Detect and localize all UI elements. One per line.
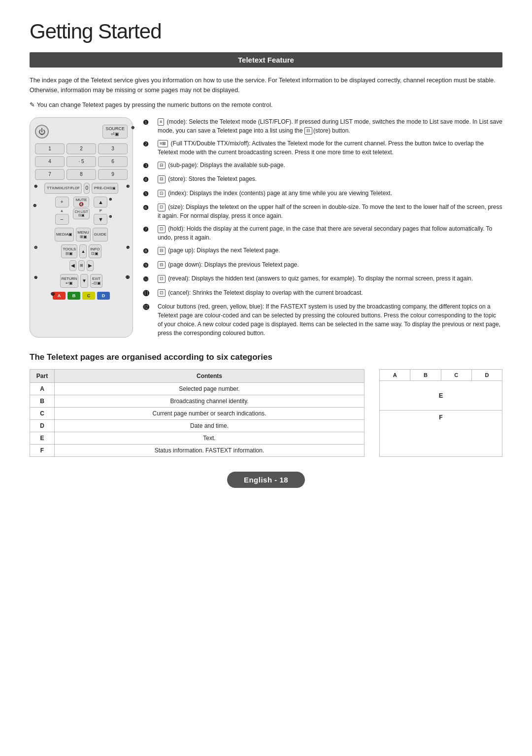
diagram-label-c: C — [441, 370, 472, 380]
categories-section: Part Contents A Selected page number. B … — [30, 369, 502, 457]
feature-item-3: ❸ ⊟ (sub-page): Displays the available s… — [143, 161, 502, 171]
return-button[interactable]: RETURN↩▣ — [60, 274, 78, 288]
feature-num-9: ❾ — [143, 260, 154, 271]
btn-5[interactable]: · 5 — [66, 156, 96, 167]
feature-text-11: ⊡ (cancel): Shrinks the Teletext display… — [158, 288, 502, 297]
table-row: F Status information. FASTEXT informatio… — [30, 445, 365, 457]
categories-table: Part Contents A Selected page number. B … — [30, 369, 365, 457]
feature-num-5: ❺ — [143, 189, 154, 199]
part-d: D — [30, 420, 55, 432]
categories-heading: The Teletext pages are organised accordi… — [30, 352, 502, 362]
feature-text-6: ⊡ (size): Displays the teletext on the u… — [158, 203, 502, 220]
ch-down[interactable]: ▼ ❻ — [94, 214, 107, 225]
content-b: Broadcasting channel identity. — [55, 395, 365, 408]
remote-top-row: ⏻ SOURCE⏎▣ ❶ — [35, 125, 128, 138]
ch-list-button[interactable]: CH LIST⊟▣ — [73, 208, 90, 219]
table-row: B Broadcasting channel identity. — [30, 395, 365, 408]
feature-num-8: ❽ — [143, 246, 154, 256]
source-button[interactable]: SOURCE⏎▣ — [102, 125, 128, 138]
table-row: E Text. — [30, 432, 365, 445]
content-a: Selected page number. — [55, 383, 365, 395]
green-button[interactable]: B — [67, 292, 80, 300]
main-content: ⏻ SOURCE⏎▣ ❶ 1 2 3 4 · 5 6 7 8 9 ❷ TTX/M… — [30, 117, 502, 338]
right-arrow[interactable]: ▶ — [87, 260, 94, 271]
tools-info-row: ❽ TOOLS⊟▣ ▲ INFO⊡▣ ❿ — [35, 244, 128, 258]
feature-text-5: ⊡ (index): Displays the index (contents)… — [158, 189, 502, 198]
feature-num-7: ❼ — [143, 224, 154, 235]
ttx-mix-button[interactable]: TTX/MIXLIST/FLOF — [44, 183, 82, 194]
feature-list: ❶ ≡ (mode): Selects the Teletext mode (L… — [143, 117, 502, 338]
btn-2[interactable]: 2 — [66, 143, 96, 154]
down-arrow[interactable]: ▼ — [80, 274, 88, 288]
col-contents-header: Contents — [55, 370, 365, 383]
tools-button[interactable]: TOOLS⊟▣ — [61, 244, 77, 258]
ttx-row: ❷ TTX/MIXLIST/FLOF 0 PRE-CH⊟▣ ❸ — [35, 183, 128, 194]
diagram-label-a: A — [380, 370, 410, 380]
blue-button[interactable]: D — [97, 292, 110, 300]
mute-button[interactable]: MUTE🔇 — [73, 197, 90, 207]
feature-num-6: ❻ — [143, 203, 154, 213]
feature-num-11: ⓫ — [143, 288, 154, 299]
feature-item-10: ❿ ⊡ (reveal): Displays the hidden text (… — [143, 274, 502, 284]
info-button[interactable]: INFO⊡▣ — [89, 244, 101, 258]
part-f: F — [30, 445, 55, 457]
exit-button[interactable]: EXIT–⊡▣ — [90, 274, 102, 288]
btn-1[interactable]: 1 — [35, 143, 65, 154]
feature-item-12: ⓬ Colour buttons (red, green, yellow, bl… — [143, 302, 502, 338]
feature-num-12: ⓬ — [143, 302, 154, 312]
left-arrow[interactable]: ◀ — [69, 260, 76, 271]
feature-text-2: ≡⊠ (Full TTX/Double TTX/mix/off): Activa… — [158, 139, 502, 157]
feature-text-4: ⊟ (store): Stores the Teletext pages. — [158, 174, 502, 183]
pre-ch-button[interactable]: PRE-CH⊟▣ — [92, 183, 118, 194]
table-row: D Date and time. — [30, 420, 365, 432]
feature-item-2: ❷ ≡⊠ (Full TTX/Double TTX/mix/off): Acti… — [143, 139, 502, 157]
feature-item-1: ❶ ≡ (mode): Selects the Teletext mode (L… — [143, 117, 502, 135]
btn-7[interactable]: 7 — [35, 169, 65, 180]
ch-up[interactable]: ▲ ❺ — [94, 197, 107, 207]
btn-6[interactable]: 6 — [98, 156, 128, 167]
feature-num-10: ❿ — [143, 274, 154, 284]
media-menu-row: MEDIA▣ MENU⊞▣ GUIDE — [35, 228, 128, 241]
content-c: Current page number or search indication… — [55, 408, 365, 420]
feature-item-4: ❹ ⊟ (store): Stores the Teletext pages. — [143, 174, 502, 185]
section-header: Teletext Feature — [30, 52, 502, 68]
content-e: Text. — [55, 432, 365, 445]
btn-8[interactable]: 8 — [66, 169, 96, 180]
feature-num-2: ❷ — [143, 139, 154, 149]
table-row: C Current page number or search indicati… — [30, 408, 365, 420]
return-exit-row: ❼ RETURN↩▣ ▼ EXIT–⊡▣ ⓫ — [35, 274, 128, 288]
feature-item-5: ❺ ⊡ (index): Displays the index (content… — [143, 189, 502, 199]
btn-4[interactable]: 4 — [35, 156, 65, 167]
arrow-row: ◀ ⊞ ▶ — [35, 260, 128, 271]
diagram-top-row: A B C D — [380, 370, 502, 381]
feature-text-8: ⊟ (page up): Displays the next Teletext … — [158, 246, 502, 255]
guide-button[interactable]: GUIDE — [93, 228, 108, 241]
btn-3[interactable]: 3 — [98, 143, 128, 154]
yellow-button[interactable]: C — [82, 292, 95, 300]
feature-num-1: ❶ — [143, 117, 154, 128]
part-b: B — [30, 395, 55, 408]
media-button[interactable]: MEDIA▣ — [55, 228, 74, 241]
feature-text-10: ⊡ (reveal): Displays the hidden text (an… — [158, 274, 502, 283]
power-button[interactable]: ⏻ — [35, 125, 49, 138]
categories-table-wrap: Part Contents A Selected page number. B … — [30, 369, 365, 457]
part-c: C — [30, 408, 55, 420]
ok-button[interactable]: ⊞ — [78, 260, 85, 271]
vol-mute-row: + ▲ – MUTE🔇 CH LIST⊟▣ ▲ ❺ P ▼ ❻ ❹ — [35, 197, 128, 225]
feature-item-6: ❻ ⊡ (size): Displays the teletext on the… — [143, 203, 502, 220]
btn-9[interactable]: 9 — [98, 169, 128, 180]
vol-up[interactable]: + — [55, 197, 69, 207]
content-d: Date and time. — [55, 420, 365, 432]
feature-text-9: ⊟ (page down): Displays the previous Tel… — [158, 260, 502, 269]
vol-down[interactable]: – — [55, 214, 69, 225]
menu-button[interactable]: MENU⊞▣ — [76, 228, 91, 241]
feature-num-3: ❸ — [143, 161, 154, 171]
footer: English - 18 — [30, 472, 502, 488]
up-arrow[interactable]: ▲ — [79, 244, 87, 258]
btn-0[interactable]: 0 — [84, 183, 90, 194]
teletext-diagram: A B C D E F — [379, 369, 502, 457]
footer-badge: English - 18 — [227, 472, 305, 488]
feature-text-3: ⊟ (sub-page): Displays the available sub… — [158, 161, 502, 170]
content-f: Status information. FASTEXT information. — [55, 445, 365, 457]
feature-text-12: Colour buttons (red, green, yellow, blue… — [158, 302, 502, 338]
